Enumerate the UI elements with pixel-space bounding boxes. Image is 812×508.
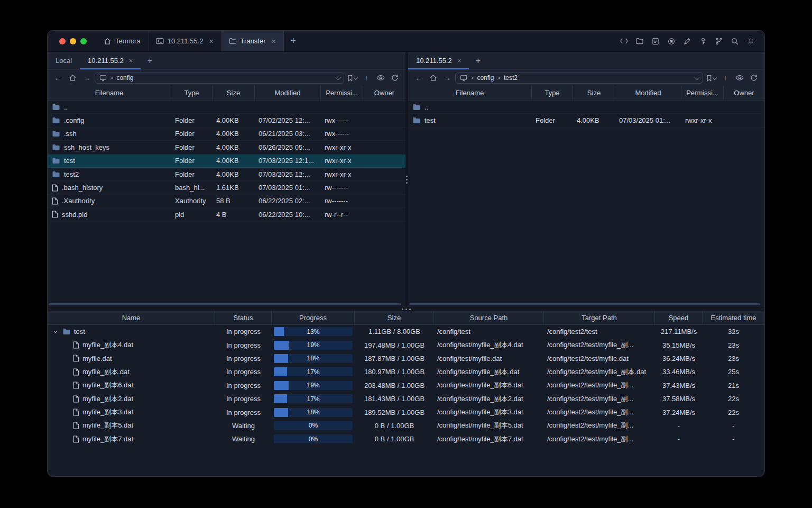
- minimize-window-button[interactable]: [70, 38, 76, 44]
- file-cell-type: bash_hi...: [171, 184, 213, 192]
- transfer-row[interactable]: myfile_副本.datIn progress17%180.97MB / 1.…: [48, 365, 764, 378]
- new-panel-tab-button[interactable]: +: [141, 52, 159, 69]
- transfer-row[interactable]: myfile_副本4.datIn progress19%197.48MB / 1…: [48, 338, 764, 351]
- file-name-label: .Xauthority: [62, 197, 95, 205]
- close-window-button[interactable]: [59, 38, 66, 44]
- column-header[interactable]: Modified: [255, 86, 321, 100]
- file-name-label: ..: [64, 103, 68, 111]
- close-icon[interactable]: ×: [272, 38, 276, 45]
- home-icon[interactable]: [427, 72, 439, 84]
- file-row[interactable]: ..: [408, 101, 764, 114]
- edit-icon[interactable]: [681, 35, 694, 48]
- tab-remote-host[interactable]: 10.211.55.2 ×: [80, 52, 141, 69]
- column-header[interactable]: Modified: [615, 86, 681, 100]
- transfer-row[interactable]: myfile_副本2.datIn progress17%181.43MB / 1…: [48, 392, 764, 405]
- code-icon[interactable]: [617, 35, 630, 48]
- key-icon[interactable]: [697, 35, 709, 48]
- refresh-icon[interactable]: [748, 72, 760, 84]
- transfer-row[interactable]: myfile_副本6.datIn progress19%203.48MB / 1…: [48, 379, 764, 392]
- expand-chevron-icon[interactable]: [52, 329, 59, 334]
- transfer-row[interactable]: myfile_副本3.datIn progress18%189.52MB / 1…: [48, 405, 764, 419]
- notes-icon[interactable]: [649, 35, 662, 48]
- column-header[interactable]: Filename: [408, 86, 532, 100]
- column-header[interactable]: Estimated time: [703, 311, 764, 324]
- bookmark-icon[interactable]: [346, 72, 358, 84]
- column-header[interactable]: Permissi...: [681, 86, 724, 100]
- column-header[interactable]: Name: [48, 311, 215, 324]
- column-header[interactable]: Progress: [272, 311, 355, 324]
- file-row[interactable]: sshd.pidpid4 B06/22/2025 10:...rw-r--r--: [48, 208, 405, 221]
- new-window-tab-button[interactable]: +: [284, 31, 303, 51]
- refresh-icon[interactable]: [389, 72, 401, 84]
- progress-label: 13%: [274, 327, 353, 336]
- file-row[interactable]: testFolder4.00KB07/03/2025 01:...rwxr-xr…: [408, 114, 764, 127]
- file-row[interactable]: .XauthorityXauthority58 B06/22/2025 02:.…: [48, 195, 405, 208]
- forward-arrow-icon[interactable]: →: [80, 72, 93, 84]
- branch-icon[interactable]: [713, 35, 725, 48]
- path-segment[interactable]: config: [116, 74, 133, 81]
- file-row[interactable]: ssh_host_keysFolder4.00KB06/26/2025 05:.…: [48, 141, 405, 154]
- file-icon: [73, 341, 79, 349]
- search-icon[interactable]: [728, 35, 741, 48]
- file-row[interactable]: .sshFolder4.00KB06/21/2025 03:...rwx----…: [48, 128, 405, 141]
- back-arrow-icon[interactable]: ←: [52, 72, 64, 84]
- column-header[interactable]: Status: [215, 311, 272, 324]
- file-icon: [73, 395, 79, 403]
- file-name-cell: test2: [48, 170, 171, 178]
- tab-transfer[interactable]: Transfer ×: [222, 31, 284, 51]
- column-header[interactable]: Type: [532, 86, 573, 100]
- close-icon[interactable]: ×: [457, 57, 462, 64]
- close-icon[interactable]: ×: [129, 57, 133, 64]
- file-row[interactable]: testFolder4.00KB07/03/2025 12:1...rwxr-x…: [48, 155, 405, 168]
- column-header[interactable]: Source Path: [434, 311, 544, 324]
- horizontal-scrollbar[interactable]: [409, 303, 760, 305]
- forward-arrow-icon[interactable]: →: [441, 72, 454, 84]
- transfer-source-path: /config/test/myfile_副本4.dat: [434, 340, 544, 350]
- tab-local[interactable]: Local: [48, 52, 80, 69]
- progress-bar: 17%: [274, 394, 353, 403]
- back-arrow-icon[interactable]: ←: [412, 72, 425, 84]
- horizontal-splitter[interactable]: [48, 307, 764, 311]
- transfer-row[interactable]: testIn progress13%1.11GB / 8.00GB/config…: [48, 325, 764, 338]
- column-header[interactable]: Permissi...: [321, 86, 363, 100]
- chevron-down-icon[interactable]: [694, 74, 700, 80]
- bookmark-icon[interactable]: [705, 72, 717, 84]
- transfer-row[interactable]: myfile.datIn progress18%187.87MB / 1.00G…: [48, 352, 764, 365]
- tab-host-session[interactable]: 10.211.55.2 ×: [149, 31, 222, 51]
- upload-up-arrow-icon[interactable]: ↑: [719, 72, 732, 84]
- record-icon[interactable]: [665, 35, 678, 48]
- tab-remote-host[interactable]: 10.211.55.2 ×: [408, 52, 469, 69]
- column-header[interactable]: Speed: [655, 311, 703, 324]
- settings-icon[interactable]: [744, 35, 757, 48]
- show-hidden-eye-icon[interactable]: [733, 72, 746, 84]
- column-header[interactable]: Size: [573, 86, 615, 100]
- file-row[interactable]: ..: [48, 101, 405, 114]
- transfer-row[interactable]: myfile_副本5.datWaiting0%0 B / 1.00GB/conf…: [48, 419, 764, 432]
- folder-icon[interactable]: [633, 35, 646, 48]
- column-header[interactable]: Filename: [48, 86, 171, 100]
- zoom-window-button[interactable]: [80, 38, 87, 44]
- file-row[interactable]: test2Folder4.00KB07/03/2025 12:...rwxr-x…: [48, 168, 405, 181]
- file-row[interactable]: .bash_historybash_hi...1.61KB07/03/2025 …: [48, 181, 405, 194]
- chevron-down-icon[interactable]: [335, 74, 341, 80]
- tab-termora[interactable]: Termora: [96, 31, 149, 51]
- show-hidden-eye-icon[interactable]: [374, 72, 387, 84]
- column-header[interactable]: Size: [213, 86, 255, 100]
- path-separator: >: [497, 75, 500, 81]
- column-header[interactable]: Type: [171, 86, 213, 100]
- path-segment[interactable]: config: [477, 74, 494, 81]
- transfer-row[interactable]: myfile_副本7.datWaiting0%0 B / 1.00GB/conf…: [48, 432, 764, 446]
- new-panel-tab-button[interactable]: +: [469, 52, 487, 69]
- column-header[interactable]: Target Path: [544, 311, 655, 324]
- column-header[interactable]: Owner: [724, 86, 764, 100]
- home-icon[interactable]: [66, 72, 79, 84]
- close-icon[interactable]: ×: [209, 38, 213, 45]
- path-breadcrumb[interactable]: >config>test2: [455, 72, 703, 84]
- file-row[interactable]: .configFolder4.00KB07/02/2025 12:...rwx-…: [48, 114, 405, 127]
- column-header[interactable]: Owner: [363, 86, 405, 100]
- path-breadcrumb[interactable]: >config: [95, 72, 344, 84]
- column-header[interactable]: Size: [355, 311, 434, 324]
- horizontal-scrollbar[interactable]: [49, 303, 401, 305]
- upload-up-arrow-icon[interactable]: ↑: [360, 72, 373, 84]
- path-segment[interactable]: test2: [504, 74, 518, 81]
